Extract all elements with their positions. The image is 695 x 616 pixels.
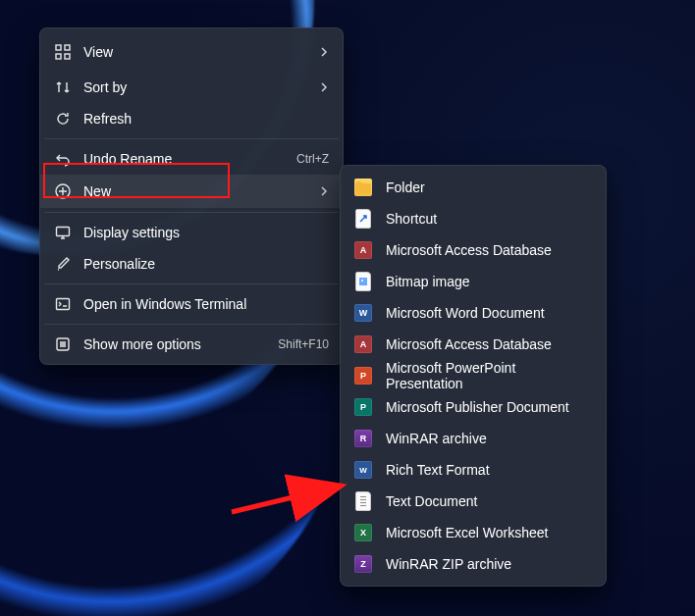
submenu-item-label: Shortcut [386,211,592,227]
svg-point-9 [361,280,363,282]
submenu-item-publisher[interactable]: P Microsoft Publisher Document [341,391,606,423]
svg-rect-5 [57,228,70,236]
svg-rect-2 [56,54,61,59]
desktop-context-menu: View Sort by Refresh Undo Rena [39,27,344,365]
rtf-icon: W [354,461,372,479]
submenu-item-access-2[interactable]: A Microsoft Access Database [341,329,606,360]
svg-rect-1 [65,45,70,50]
submenu-item-word[interactable]: W Microsoft Word Document [341,297,606,329]
submenu-item-label: Folder [386,180,592,195]
excel-icon: X [354,524,372,541]
menu-item-personalize[interactable]: Personalize [40,248,343,280]
more-icon [54,335,72,353]
folder-icon [354,179,372,196]
menu-item-shortcut: Ctrl+Z [296,152,329,166]
menu-item-label: Open in Windows Terminal [83,296,329,312]
menu-item-view[interactable]: View [40,32,343,72]
submenu-item-label: Microsoft Publisher Document [386,399,592,415]
view-icon [54,43,72,61]
new-submenu: Folder Shortcut A Microsoft Access Datab… [340,165,607,587]
menu-item-show-more-options[interactable]: Show more options Shift+F10 [40,329,343,360]
submenu-item-label: Microsoft PowerPoint Presentation [386,360,592,391]
menu-item-label: View [83,44,319,60]
menu-item-shortcut: Shift+F10 [278,337,329,351]
submenu-item-label: Bitmap image [386,274,592,289]
submenu-item-rtf[interactable]: W Rich Text Format [341,454,606,486]
submenu-item-shortcut[interactable]: Shortcut [341,203,606,234]
submenu-item-excel[interactable]: X Microsoft Excel Worksheet [341,517,606,548]
shortcut-icon [354,210,372,228]
menu-separator [44,324,339,325]
submenu-item-bitmap[interactable]: Bitmap image [341,266,606,297]
menu-separator [44,283,339,284]
menu-item-sort-by[interactable]: Sort by [40,72,343,103]
new-icon [54,182,72,200]
menu-item-label: Undo Rename [83,151,296,167]
word-icon: W [354,304,372,322]
access-icon: A [354,241,372,259]
menu-item-new[interactable]: New [40,175,343,208]
svg-rect-8 [359,278,367,285]
submenu-item-label: WinRAR archive [386,431,592,446]
terminal-icon [54,295,72,313]
menu-item-label: Sort by [83,79,319,95]
refresh-icon [54,110,72,128]
submenu-item-text-document[interactable]: Text Document [341,486,606,517]
chevron-right-icon [319,186,329,196]
submenu-item-powerpoint[interactable]: P Microsoft PowerPoint Presentation [341,360,606,391]
submenu-item-access[interactable]: A Microsoft Access Database [341,234,606,266]
menu-item-label: Display settings [83,225,329,240]
menu-separator [44,138,339,139]
personalize-icon [54,255,72,273]
submenu-item-folder[interactable]: Folder [341,172,606,203]
menu-item-label: Show more options [83,336,278,352]
access-icon: A [354,335,372,353]
submenu-item-winrar[interactable]: R WinRAR archive [341,423,606,454]
menu-item-label: Personalize [83,256,329,272]
submenu-item-label: Microsoft Excel Worksheet [386,525,592,540]
menu-item-display-settings[interactable]: Display settings [40,217,343,248]
menu-item-label: New [83,183,319,199]
winrar-zip-icon: Z [354,555,372,573]
svg-rect-0 [56,45,61,50]
submenu-item-label: Microsoft Word Document [386,305,592,321]
publisher-icon: P [354,398,372,416]
chevron-right-icon [319,47,329,57]
menu-item-label: Refresh [83,111,329,127]
svg-rect-6 [57,299,70,310]
display-icon [54,224,72,241]
powerpoint-icon: P [354,367,372,385]
submenu-item-label: Rich Text Format [386,462,592,478]
submenu-item-label: WinRAR ZIP archive [386,556,592,572]
svg-rect-3 [65,54,70,59]
menu-item-undo-rename[interactable]: Undo Rename Ctrl+Z [40,143,343,175]
menu-item-open-terminal[interactable]: Open in Windows Terminal [40,288,343,320]
text-icon [354,492,372,510]
sort-icon [54,78,72,96]
submenu-item-winrar-zip[interactable]: Z WinRAR ZIP archive [341,548,606,580]
chevron-right-icon [319,82,329,92]
menu-separator [44,212,339,213]
submenu-item-label: Text Document [386,493,592,509]
winrar-icon: R [354,430,372,447]
submenu-item-label: Microsoft Access Database [386,242,592,258]
undo-icon [54,150,72,168]
menu-item-refresh[interactable]: Refresh [40,103,343,134]
bitmap-icon [354,273,372,290]
submenu-item-label: Microsoft Access Database [386,336,592,352]
